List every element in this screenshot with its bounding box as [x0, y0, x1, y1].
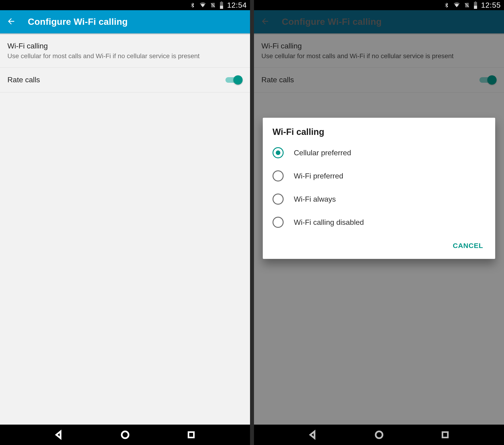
nav-back-button[interactable] [306, 428, 320, 442]
nav-home-button[interactable] [372, 428, 386, 442]
no-sim-icon [210, 1, 216, 9]
rate-calls-setting[interactable]: Rate calls [0, 68, 250, 93]
status-clock: 12:55 [481, 1, 501, 10]
no-sim-icon [464, 1, 470, 9]
wifi-calling-setting[interactable]: Wi-Fi calling Use cellular for most call… [0, 35, 250, 68]
option-label: Wi-Fi calling disabled [294, 218, 364, 227]
option-wifi-calling-disabled[interactable]: Wi-Fi calling disabled [263, 211, 495, 234]
switch-thumb [233, 75, 243, 85]
radio-icon [272, 217, 284, 228]
setting-title: Rate calls [7, 75, 40, 84]
status-bar: 12:55 [254, 0, 504, 10]
cancel-button[interactable]: CANCEL [449, 239, 487, 253]
option-label: Wi-Fi preferred [294, 172, 343, 180]
svg-rect-3 [442, 432, 448, 437]
status-clock: 12:54 [227, 1, 247, 10]
app-bar: Configure Wi-Fi calling [0, 10, 250, 33]
dialog-actions: CANCEL [263, 234, 495, 255]
bluetooth-icon [444, 1, 450, 9]
battery-icon [219, 1, 224, 9]
setting-title: Wi-Fi calling [7, 42, 243, 50]
radio-icon [272, 170, 284, 182]
screenshot-right: 12:55 Configure Wi-Fi calling Wi-Fi call… [254, 0, 504, 445]
radio-icon [272, 194, 284, 205]
page-title: Configure Wi-Fi calling [28, 17, 128, 27]
navigation-bar [254, 425, 504, 445]
svg-rect-1 [188, 432, 194, 437]
radio-icon [272, 147, 284, 158]
back-button[interactable] [6, 17, 16, 27]
setting-summary: Use cellular for most calls and Wi-Fi if… [7, 52, 243, 60]
option-cellular-preferred[interactable]: Cellular preferred [263, 141, 495, 164]
nav-recent-button[interactable] [438, 428, 452, 442]
nav-back-icon [308, 430, 318, 440]
wifi-icon [453, 2, 461, 8]
option-wifi-always[interactable]: Wi-Fi always [263, 187, 495, 211]
status-bar: 12:54 [0, 0, 250, 10]
svg-point-2 [376, 431, 382, 438]
svg-point-0 [122, 431, 128, 438]
navigation-bar [0, 425, 250, 445]
nav-back-icon [54, 430, 64, 440]
nav-back-button[interactable] [52, 428, 66, 442]
option-label: Cellular preferred [294, 148, 351, 157]
bluetooth-icon [190, 1, 196, 9]
nav-recent-icon [441, 430, 450, 439]
nav-home-button[interactable] [118, 428, 132, 442]
option-wifi-preferred[interactable]: Wi-Fi preferred [263, 164, 495, 187]
dialog-title: Wi-Fi calling [263, 127, 495, 141]
option-label: Wi-Fi always [294, 195, 336, 204]
screenshot-left: 12:54 Configure Wi-Fi calling Wi-Fi call… [0, 0, 250, 445]
rate-calls-toggle[interactable] [225, 75, 243, 85]
wifi-icon [199, 2, 207, 8]
nav-recent-button[interactable] [184, 428, 198, 442]
nav-home-icon [120, 430, 130, 440]
wifi-calling-dialog: Wi-Fi calling Cellular preferred Wi-Fi p… [263, 118, 495, 259]
nav-home-icon [374, 430, 384, 440]
nav-recent-icon [187, 430, 196, 439]
battery-icon [473, 1, 478, 9]
settings-list: Wi-Fi calling Use cellular for most call… [0, 35, 250, 93]
arrow-back-icon [6, 17, 16, 26]
